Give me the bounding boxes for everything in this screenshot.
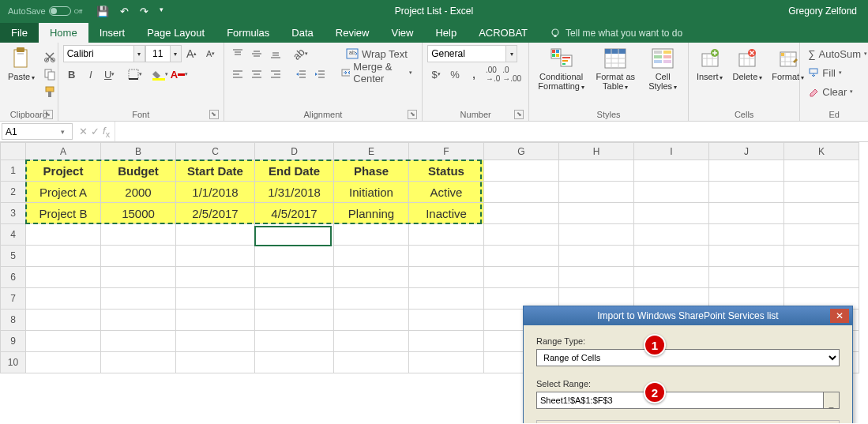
- qat-customize-icon[interactable]: ▾: [160, 6, 163, 17]
- format-as-table-button[interactable]: Format as Table: [592, 45, 639, 93]
- tab-page-layout[interactable]: Page Layout: [136, 23, 216, 43]
- format-painter-button[interactable]: [41, 83, 58, 100]
- cell-B2[interactable]: 2000: [101, 182, 176, 203]
- row-header-9[interactable]: 9: [1, 331, 26, 352]
- cell-styles-button[interactable]: Cell Styles: [642, 45, 683, 93]
- tab-data[interactable]: Data: [280, 23, 324, 43]
- cell-D1[interactable]: End Date: [255, 160, 334, 182]
- decrease-indent-button[interactable]: [292, 66, 310, 83]
- cell-F8[interactable]: [409, 310, 484, 331]
- merge-center-button[interactable]: Merge & Center ▾: [336, 64, 417, 81]
- autosave-switch[interactable]: [49, 6, 71, 16]
- col-header-J[interactable]: J: [709, 143, 784, 160]
- cell-B8[interactable]: [101, 310, 176, 331]
- cell-E10[interactable]: [334, 352, 409, 373]
- undo-icon[interactable]: ↶: [120, 6, 129, 17]
- row-header-3[interactable]: 3: [1, 203, 26, 224]
- select-all-corner[interactable]: [1, 143, 26, 160]
- range-type-select[interactable]: Range of Cells: [536, 349, 840, 366]
- cell-C9[interactable]: [176, 331, 255, 352]
- comma-format-button[interactable]: ,: [465, 66, 483, 83]
- cell-F2[interactable]: Active: [409, 182, 484, 203]
- name-box-dropdown[interactable]: ▾: [56, 128, 69, 136]
- font-color-button[interactable]: A ▾: [171, 66, 188, 83]
- font-name-dropdown[interactable]: ▾: [134, 45, 145, 62]
- col-header-E[interactable]: E: [334, 143, 409, 160]
- border-button[interactable]: ▾: [126, 66, 144, 83]
- cell-I3[interactable]: [634, 203, 709, 224]
- col-header-H[interactable]: H: [559, 143, 634, 160]
- delete-cells-button[interactable]: Delete: [729, 45, 765, 84]
- cell-E5[interactable]: [334, 246, 409, 267]
- cell-D2[interactable]: 1/31/2018: [255, 182, 334, 203]
- cell-E3[interactable]: Planning: [334, 203, 409, 224]
- cell-A7[interactable]: [26, 288, 101, 310]
- user-name[interactable]: Gregory Zelfond: [788, 6, 857, 17]
- cell-A8[interactable]: [26, 310, 101, 331]
- cell-A4[interactable]: [26, 224, 101, 246]
- fill-button[interactable]: Fill ▾: [805, 64, 845, 81]
- select-range-input[interactable]: [536, 392, 824, 409]
- cell-G5[interactable]: [484, 246, 559, 267]
- cell-F5[interactable]: [409, 246, 484, 267]
- align-middle-button[interactable]: [248, 45, 265, 62]
- row-header-8[interactable]: 8: [1, 310, 26, 331]
- conditional-formatting-button[interactable]: Conditional Formatting: [534, 45, 588, 93]
- cell-C4[interactable]: [176, 224, 255, 246]
- col-header-C[interactable]: C: [176, 143, 255, 160]
- cell-F4[interactable]: [409, 224, 484, 246]
- cell-D9[interactable]: [255, 331, 334, 352]
- cell-E8[interactable]: [334, 310, 409, 331]
- cell-H5[interactable]: [559, 246, 634, 267]
- wrap-text-button[interactable]: ab Wrap Text: [336, 45, 417, 62]
- tab-acrobat[interactable]: ACROBAT: [468, 23, 539, 43]
- tab-formulas[interactable]: Formulas: [216, 23, 280, 43]
- cell-H6[interactable]: [559, 267, 634, 288]
- cell-D5[interactable]: [255, 246, 334, 267]
- cell-B6[interactable]: [101, 267, 176, 288]
- cell-E1[interactable]: Phase: [334, 160, 409, 182]
- cancel-formula-icon[interactable]: ✕: [79, 126, 88, 137]
- bold-button[interactable]: B: [63, 66, 81, 83]
- cell-K6[interactable]: [784, 267, 859, 288]
- alignment-dialog-launcher[interactable]: ⬊: [408, 110, 417, 119]
- col-header-A[interactable]: A: [26, 143, 101, 160]
- col-header-K[interactable]: K: [784, 143, 859, 160]
- accounting-format-button[interactable]: $ ▾: [427, 66, 445, 83]
- cell-C8[interactable]: [176, 310, 255, 331]
- cell-I2[interactable]: [634, 182, 709, 203]
- cell-I4[interactable]: [634, 224, 709, 246]
- tab-home[interactable]: Home: [39, 23, 88, 43]
- tab-insert[interactable]: Insert: [88, 23, 137, 43]
- cell-B7[interactable]: [101, 288, 176, 310]
- fx-icon[interactable]: fx: [103, 125, 110, 139]
- dialog-close-button[interactable]: ✕: [830, 309, 849, 323]
- align-center-button[interactable]: [248, 66, 265, 83]
- increase-indent-button[interactable]: [311, 66, 329, 83]
- cell-D6[interactable]: [255, 267, 334, 288]
- align-left-button[interactable]: [229, 66, 246, 83]
- clear-button[interactable]: Clear ▾: [805, 83, 856, 100]
- save-icon[interactable]: 💾: [96, 6, 109, 17]
- underline-button[interactable]: U ▾: [101, 66, 118, 83]
- decrease-decimal-button[interactable]: .0→.00: [503, 66, 520, 83]
- cell-F1[interactable]: Status: [409, 160, 484, 182]
- cell-D10[interactable]: [255, 352, 334, 373]
- cell-H1[interactable]: [559, 160, 634, 182]
- cell-B3[interactable]: 15000: [101, 203, 176, 224]
- align-right-button[interactable]: [267, 66, 284, 83]
- cell-E4[interactable]: [334, 224, 409, 246]
- copy-button[interactable]: [41, 66, 58, 83]
- cell-K4[interactable]: [784, 224, 859, 246]
- font-name-input[interactable]: [63, 45, 134, 62]
- cell-K3[interactable]: [784, 203, 859, 224]
- percent-format-button[interactable]: %: [446, 66, 464, 83]
- row-header-6[interactable]: 6: [1, 267, 26, 288]
- cell-C7[interactable]: [176, 288, 255, 310]
- cell-H4[interactable]: [559, 224, 634, 246]
- cell-A5[interactable]: [26, 246, 101, 267]
- font-size-input[interactable]: [145, 45, 171, 62]
- cell-A10[interactable]: [26, 352, 101, 373]
- row-header-4[interactable]: 4: [1, 224, 26, 246]
- enter-formula-icon[interactable]: ✓: [91, 126, 100, 137]
